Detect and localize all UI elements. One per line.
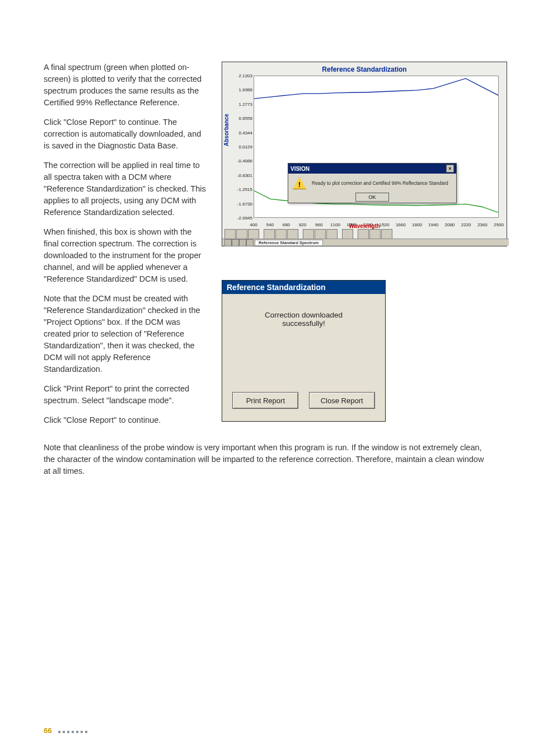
paragraph: Note that the DCM must be created with "… <box>44 293 206 375</box>
paragraph: Click "Print Report" to print the correc… <box>44 383 206 407</box>
toolbar-button[interactable] <box>342 229 353 239</box>
vision-dialog-message: Ready to plot correction and Certified 9… <box>312 180 448 186</box>
tab-strip: Reference Standard Spectrum <box>222 239 509 246</box>
dialog-message-line: Correction downloaded <box>232 311 375 319</box>
dialog-title: Reference Standardization <box>222 281 385 294</box>
toolbar-button[interactable] <box>224 229 236 239</box>
warning-icon: ! <box>293 177 306 189</box>
page-number: 66 <box>44 726 51 735</box>
toolbar-button[interactable] <box>326 229 338 239</box>
plot-title: Reference Standardization <box>222 66 507 73</box>
vision-dialog: VISION × ! Ready to plot correction and … <box>288 163 457 203</box>
dialog-message-line: successfully! <box>232 319 375 328</box>
plot-area: VISION × ! Ready to plot correction and … <box>254 76 499 218</box>
toolbar-button[interactable] <box>248 229 259 239</box>
toolbar-button[interactable] <box>236 229 247 239</box>
toolbar-button[interactable] <box>315 229 326 239</box>
print-report-button[interactable]: Print Report <box>232 392 298 409</box>
plot-toolbar <box>222 229 395 239</box>
toolbar-button[interactable] <box>381 229 392 239</box>
toolbar-button[interactable] <box>303 229 314 239</box>
ok-button[interactable]: OK <box>355 193 389 202</box>
spectrum-plot-screenshot: Reference Standardization Absorbance 2.1… <box>222 62 507 246</box>
toolbar-button[interactable] <box>264 229 275 239</box>
paragraph: When finished, this box is shown with th… <box>44 226 206 285</box>
paragraph: Click "Close Report" to continue. <box>44 414 206 426</box>
first-icon[interactable] <box>224 239 232 246</box>
x-axis-label: Wavelength <box>222 223 507 229</box>
tab-reference-standard-spectrum[interactable]: Reference Standard Spectrum <box>255 240 323 245</box>
toolbar-button[interactable] <box>275 229 287 239</box>
page-footer: 66 <box>44 726 88 735</box>
last-icon[interactable] <box>246 239 254 246</box>
download-success-dialog: Reference Standardization Correction dow… <box>222 280 386 422</box>
toolbar-button[interactable] <box>287 229 298 239</box>
vision-dialog-title: VISION <box>291 166 310 172</box>
decorative-dots <box>57 726 88 735</box>
close-icon[interactable]: × <box>446 165 454 172</box>
prev-icon[interactable] <box>232 239 239 246</box>
paragraph: A final spectrum (green when plotted on-… <box>44 62 206 109</box>
y-axis-label: Absorbance <box>223 114 229 146</box>
next-icon[interactable] <box>239 239 246 246</box>
close-report-button[interactable]: Close Report <box>309 392 375 409</box>
paragraph: The correction will be applied in real t… <box>44 160 206 218</box>
toolbar-button[interactable] <box>358 229 369 239</box>
paragraph: Note that cleanliness of the probe windo… <box>44 442 490 477</box>
left-text-column: A final spectrum (green when plotted on-… <box>44 62 206 434</box>
toolbar-button[interactable] <box>369 229 381 239</box>
paragraph: Click "Close Report" to continue. The co… <box>44 116 206 152</box>
